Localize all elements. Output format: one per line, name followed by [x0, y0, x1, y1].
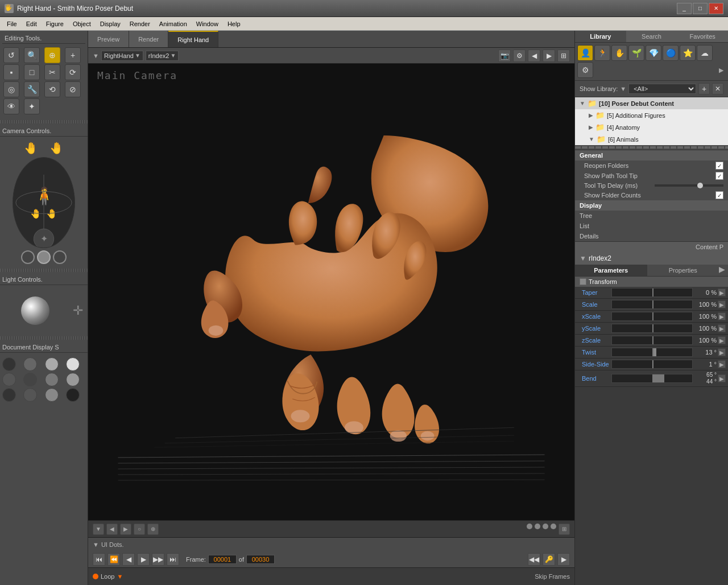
camera-right-hand[interactable]: 🤚	[49, 141, 64, 155]
doc-icon-3[interactable]	[45, 357, 59, 371]
tool-star[interactable]: ✦	[24, 98, 40, 114]
lib-icon-camera[interactable]: ☁	[697, 45, 713, 61]
window-controls[interactable]: _ □ ✕	[677, 3, 723, 14]
scale-slider[interactable]	[611, 300, 693, 309]
doc-icon-12[interactable]	[66, 388, 80, 402]
taper-arrow[interactable]: ▶	[718, 289, 726, 296]
doc-icon-8[interactable]	[66, 373, 80, 386]
lib-icon-extra[interactable]: ⚙	[577, 62, 593, 78]
reopen-folders-checkbox[interactable]: ✓	[715, 162, 723, 170]
tl-back-btn[interactable]: ◀	[122, 553, 135, 566]
doc-icon-4[interactable]	[66, 357, 80, 371]
lib-icon-hand[interactable]: ✋	[611, 45, 627, 61]
vb-circle-icon[interactable]: ○	[134, 524, 145, 535]
vt-arrow-left[interactable]: ◀	[528, 50, 540, 62]
taper-slider[interactable]	[611, 288, 693, 297]
display-tree[interactable]: Tree	[575, 211, 728, 221]
close-button[interactable]: ✕	[709, 3, 723, 14]
vt-settings-icon[interactable]: ⚙	[513, 50, 526, 62]
tab-right-hand[interactable]: Right Hand	[168, 31, 218, 47]
menu-render[interactable]: Render	[125, 19, 155, 28]
menu-object[interactable]: Object	[68, 19, 96, 28]
scale-arrow[interactable]: ▶	[718, 300, 726, 308]
doc-icon-6[interactable]	[23, 373, 37, 386]
doc-icon-1[interactable]	[2, 357, 16, 371]
yscale-arrow[interactable]: ▶	[718, 324, 726, 332]
side-slider[interactable]	[611, 360, 693, 369]
vt-arrow-right[interactable]: ▶	[543, 50, 555, 62]
tool-morph[interactable]: ⟲	[44, 81, 60, 97]
viewport-3d[interactable]: Main Camera	[88, 64, 574, 520]
show-library-select[interactable]: <All>	[628, 84, 696, 94]
xscale-slider[interactable]	[611, 312, 693, 321]
tool-rotate[interactable]: ↺	[3, 47, 19, 63]
yscale-slider[interactable]	[611, 324, 693, 333]
tl-prev-btn[interactable]: ⏪	[107, 553, 120, 566]
doc-icon-10[interactable]	[23, 388, 37, 402]
tl-fwd-btn[interactable]: ▶▶	[152, 553, 164, 566]
vb-next-icon[interactable]: ▶	[120, 524, 131, 535]
tool-zoom[interactable]: 🔍	[24, 47, 40, 63]
vt-grid-icon[interactable]: ⊞	[557, 50, 570, 62]
tab-library[interactable]: Library	[575, 31, 626, 42]
lib-icon-prop[interactable]: 🔵	[663, 45, 679, 61]
doc-icon-11[interactable]	[45, 388, 59, 402]
doc-icon-7[interactable]	[45, 373, 59, 386]
params-panel-arrow[interactable]: ▶	[719, 265, 728, 276]
tooltip-delay-slider[interactable]	[655, 184, 723, 187]
display-list[interactable]: List	[575, 221, 728, 231]
rindex2-selector[interactable]: rIndex2 ▼	[146, 51, 179, 61]
light-ball[interactable]	[21, 296, 49, 325]
tool-cut[interactable]: ✂	[44, 64, 60, 80]
add-library-button[interactable]: +	[698, 83, 710, 94]
menu-edit[interactable]: Edit	[22, 19, 42, 28]
tool-target[interactable]: ◎	[3, 81, 19, 97]
tl-skip-btn[interactable]: ▶	[557, 553, 570, 566]
vb-arrow-icon[interactable]: ▼	[93, 524, 104, 535]
camera-dial-1[interactable]	[21, 250, 35, 264]
bend-slider[interactable]	[611, 374, 693, 383]
tl-key-btn[interactable]: 🔑	[543, 553, 555, 566]
menu-animation[interactable]: Animation	[155, 19, 192, 28]
transform-checkbox[interactable]	[580, 278, 586, 285]
lib-icon-hair[interactable]: 🌱	[628, 45, 644, 61]
tree-item-anatomy[interactable]: ▶ 📁 [4] Anatomy	[584, 121, 728, 133]
doc-icon-9[interactable]	[2, 388, 16, 402]
lib-icon-figure[interactable]: 👤	[577, 45, 593, 61]
tl-rewind-btn[interactable]: ◀◀	[528, 553, 540, 566]
zscale-arrow[interactable]: ▶	[718, 336, 726, 344]
vb-move-icon[interactable]: ⊕	[147, 524, 159, 535]
minimize-button[interactable]: _	[677, 3, 692, 14]
camera-right-icon[interactable]: 🤚	[46, 208, 57, 219]
lib-icon-pose[interactable]: 🏃	[594, 45, 610, 61]
zscale-slider[interactable]	[611, 336, 693, 345]
tab-properties[interactable]: Properties	[647, 265, 719, 276]
vb-grid-icon[interactable]: ⊞	[559, 524, 570, 535]
tab-parameters[interactable]: Parameters	[575, 265, 647, 276]
bend-arrow[interactable]: ▶	[718, 374, 726, 382]
camera-left-hand[interactable]: 🤚	[24, 141, 38, 155]
tab-search[interactable]: Search	[626, 31, 677, 42]
current-frame-input[interactable]	[208, 555, 237, 564]
tree-item-additional-figures[interactable]: ▶ 📁 [5] Additional Figures	[584, 109, 728, 121]
tree-item-poser-debut[interactable]: ▼ 📁 [10] Poser Debut Content	[575, 97, 728, 109]
vb-prev-icon[interactable]: ◀	[106, 524, 118, 535]
doc-icon-2[interactable]	[23, 357, 37, 371]
tool-wrench[interactable]: 🔧	[24, 81, 40, 97]
lib-icon-light[interactable]: ⭐	[680, 45, 696, 61]
camera-left-icon[interactable]: 🤚	[30, 208, 42, 219]
twist-slider[interactable]	[611, 348, 693, 357]
tool-add[interactable]: +	[65, 47, 81, 63]
tree-item-animals[interactable]: ▼ 📁 [6] Animals	[584, 133, 728, 145]
side-arrow[interactable]: ▶	[718, 360, 726, 368]
tl-start-btn[interactable]: ⏮	[93, 553, 105, 566]
menu-figure[interactable]: Figure	[42, 19, 68, 28]
righthand-selector[interactable]: RightHand ▼	[101, 51, 143, 61]
menu-window[interactable]: Window	[192, 19, 223, 28]
tab-render[interactable]: Render	[129, 31, 168, 47]
twist-arrow[interactable]: ▶	[718, 348, 726, 356]
tool-translate[interactable]: ⊕	[44, 47, 60, 63]
remove-library-button[interactable]: ✕	[712, 83, 723, 94]
camera-dial-2[interactable]	[37, 250, 51, 264]
xscale-arrow[interactable]: ▶	[718, 312, 726, 320]
